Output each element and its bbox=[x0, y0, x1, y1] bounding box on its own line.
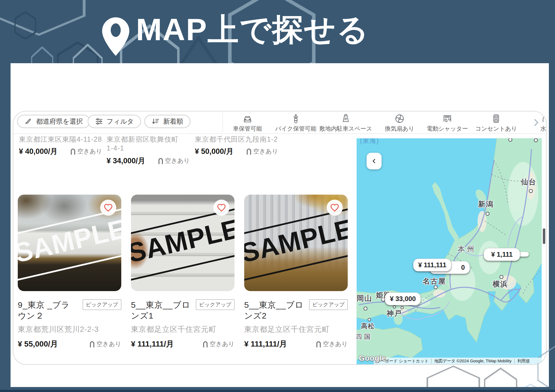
property-card[interactable]: SAMPLE 5__東京__ブロンズ2 ピックアップ 東京都足立区千住宮元町 bbox=[244, 195, 348, 349]
heart-icon bbox=[104, 203, 113, 212]
listing-address: 東京都千代田区九段南1-2 bbox=[195, 135, 278, 144]
gate-icon bbox=[70, 148, 76, 155]
property-address: 東京都足立区千住宮元町 bbox=[131, 324, 234, 334]
marker-price: ¥ 111,111 bbox=[413, 259, 451, 271]
vacancy-status: 空きあり bbox=[70, 147, 102, 156]
page: MAP上で探せる 都道府県を選択 bbox=[0, 0, 555, 392]
collapse-panel-button[interactable] bbox=[367, 153, 382, 169]
listing-price: ¥ 34,000/月 bbox=[107, 156, 145, 166]
google-logo[interactable]: Google bbox=[359, 354, 386, 363]
feature-label: 車保管可能 bbox=[233, 125, 262, 133]
feature-filter-shutter[interactable]: 電動シャッター bbox=[421, 113, 474, 133]
property-card[interactable]: SAMPLE 9_東京 _ブラウン２ ピックアップ 東京都荒川区荒川2-2-3 bbox=[18, 195, 121, 349]
property-price: ¥ 55,000/月 bbox=[18, 339, 58, 349]
listing-item[interactable]: 東京都千代田区九段南1-2 ¥ 50,000/月 空きあり bbox=[195, 135, 278, 156]
listings-and-map-container: 都道府県を選択 フィルタ bbox=[13, 111, 547, 365]
prefecture-select-label: 都道府県を選択 bbox=[36, 117, 83, 126]
bottom-frame-bar bbox=[0, 387, 555, 392]
map-price-marker-stack[interactable]: ¥ 1,111 bbox=[484, 248, 520, 261]
feature-label: 電動シャッター bbox=[427, 125, 468, 133]
chevron-left-icon bbox=[371, 158, 377, 164]
car-icon bbox=[242, 113, 253, 124]
gate-icon bbox=[246, 148, 252, 155]
feature-filter-outlet[interactable]: コンセントあり bbox=[470, 113, 523, 133]
map-price-marker[interactable]: ¥ 33,000 bbox=[385, 292, 421, 305]
listing-address: 東京都新宿区歌舞伎町1-4-1 bbox=[107, 135, 179, 152]
map-pin-icon bbox=[102, 16, 129, 57]
property-photo[interactable]: SAMPLE bbox=[18, 195, 121, 291]
pickup-badge: ピックアップ bbox=[196, 299, 234, 310]
scrollbar-thumb[interactable] bbox=[543, 228, 545, 244]
sort-button[interactable]: 新着順 bbox=[144, 115, 190, 128]
property-title: 5__東京__ブロンズ1 bbox=[131, 299, 191, 321]
city-label: 神戸 bbox=[387, 309, 402, 318]
city-label: 岡山 bbox=[357, 294, 372, 303]
region-label: 本州 bbox=[458, 244, 476, 254]
listing-price: ¥ 50,000/月 bbox=[195, 146, 234, 156]
filter-label: フィルタ bbox=[107, 117, 134, 126]
svg-text:P: P bbox=[345, 117, 347, 121]
japan-map-icon bbox=[24, 117, 33, 126]
listing-address: 東京都江東区東陽4-11-28 bbox=[19, 135, 102, 144]
feature-filter-fan[interactable]: 換気扇あり bbox=[373, 113, 426, 133]
gate-icon bbox=[316, 341, 321, 347]
city-label: 横浜 bbox=[493, 279, 508, 289]
parking-weight-icon: P bbox=[340, 113, 351, 124]
sort-label: 新着順 bbox=[163, 117, 183, 126]
property-photo[interactable]: SAMPLE bbox=[131, 195, 234, 291]
marker-price: ¥ 1,111 bbox=[484, 248, 520, 261]
electric-shutter-icon bbox=[442, 113, 453, 124]
feature-filter-motorcycle[interactable]: バイク保管可能 bbox=[269, 113, 322, 133]
city-label: 仙台 bbox=[521, 177, 536, 187]
feature-filter-car[interactable]: 車保管可能 bbox=[221, 113, 274, 133]
map-attribution: キーボード ショートカット 地図データ ©2024 Google, TMap M… bbox=[374, 358, 542, 364]
listing-item[interactable]: 東京都新宿区歌舞伎町1-4-1 ¥ 34,000/月 空きあり bbox=[107, 135, 190, 166]
favorite-button[interactable] bbox=[213, 200, 229, 216]
vacancy-status: 空きあり bbox=[158, 157, 190, 165]
property-address: 東京都足立区千住宮元町 bbox=[244, 324, 348, 334]
gate-icon bbox=[158, 157, 163, 164]
feature-label: コンセントあり bbox=[475, 125, 517, 133]
terms-link[interactable]: 利用規 bbox=[514, 358, 533, 364]
feature-label: バイク保管可能 bbox=[275, 125, 316, 133]
chevron-right-icon[interactable] bbox=[531, 118, 541, 128]
gate-icon bbox=[89, 341, 95, 347]
toolbar: 都道府県を選択 フィルタ bbox=[13, 111, 546, 134]
water-tap-icon bbox=[541, 113, 547, 124]
marker-price: ¥ 33,000 bbox=[385, 292, 421, 305]
map-pane[interactable]: (東海) 新潟 仙台 横浜 名古屋 岡山 姫路 神戸 高松 本州 四国 bbox=[357, 138, 542, 364]
outlet-icon bbox=[491, 113, 502, 124]
vacancy-status: 空きあり bbox=[316, 340, 348, 348]
vacancy-status: 空きあり bbox=[203, 340, 234, 348]
motorcycle-icon bbox=[290, 113, 301, 124]
property-photo[interactable]: SAMPLE bbox=[244, 195, 348, 291]
feature-label: 水道 bbox=[540, 125, 547, 133]
feature-label: 敷地内駐車スペース bbox=[319, 125, 372, 133]
vacancy-status: 空きあり bbox=[246, 147, 278, 156]
property-title: 5__東京__ブロンズ2 bbox=[244, 299, 305, 321]
sort-icon bbox=[152, 117, 160, 126]
filter-sliders-icon bbox=[95, 117, 103, 126]
heart-icon bbox=[217, 203, 226, 212]
heart-icon bbox=[330, 203, 339, 212]
filter-button[interactable]: フィルタ bbox=[88, 115, 141, 128]
header: MAP上で探せる bbox=[0, 0, 555, 63]
map-data-attribution: 地図データ ©2024 Google, TMap Mobility bbox=[431, 358, 514, 364]
content-panel: 都道府県を選択 フィルタ bbox=[11, 63, 549, 387]
favorite-button[interactable] bbox=[327, 200, 343, 216]
feature-filter-parking[interactable]: P 敷地内駐車スペース bbox=[319, 113, 372, 133]
feature-label: 換気扇あり bbox=[385, 125, 414, 133]
property-title: 9_東京 _ブラウン２ bbox=[18, 299, 78, 321]
pickup-badge: ピックアップ bbox=[83, 299, 121, 310]
gate-icon bbox=[203, 341, 208, 347]
vacancy-status: 空きあり bbox=[89, 340, 121, 348]
city-label: 新潟 bbox=[478, 199, 494, 209]
map-price-marker-stack[interactable]: 0 ¥ 111,111 bbox=[413, 259, 451, 271]
city-label: 名古屋 bbox=[423, 276, 446, 286]
property-price: ¥ 111,111/月 bbox=[244, 339, 287, 349]
property-card[interactable]: SAMPLE 5__東京__ブロンズ1 ピックアップ 東京都足立区千住宮元町 bbox=[131, 195, 234, 349]
property-price: ¥ 111,111/月 bbox=[131, 339, 174, 349]
prefecture-select-button[interactable]: 都道府県を選択 bbox=[17, 115, 90, 128]
favorite-button[interactable] bbox=[100, 200, 116, 216]
listing-item[interactable]: 東京都江東区東陽4-11-28 ¥ 40,000/月 空きあり bbox=[19, 135, 102, 156]
